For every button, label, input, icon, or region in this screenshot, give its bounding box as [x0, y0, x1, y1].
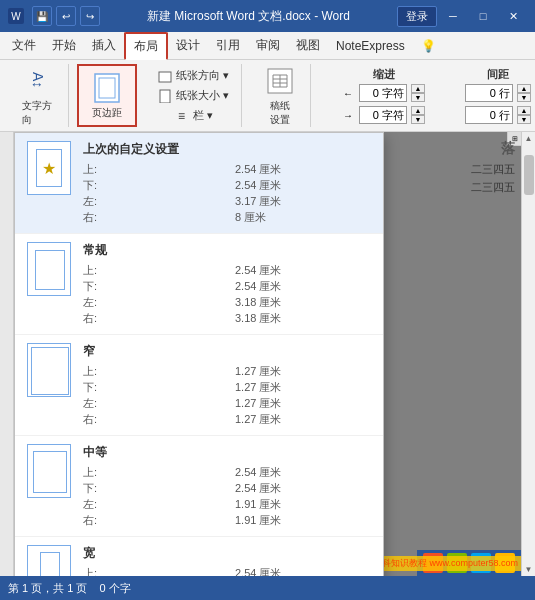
save-button[interactable]: 💾 — [32, 6, 52, 26]
redo-icon: ↪ — [86, 11, 94, 22]
text-direction-button[interactable]: A↕ 文字方向 — [16, 61, 60, 131]
login-button[interactable]: 登录 — [397, 6, 437, 27]
orientation-button[interactable]: 纸张方向 ▾ — [153, 66, 233, 86]
custom-right-value: 8 厘米 — [235, 210, 371, 225]
columns-button[interactable]: ≡ 栏 ▾ — [170, 106, 217, 126]
moderate-bottom-value: 2.54 厘米 — [235, 481, 371, 496]
spacing-after-row: ▲ ▼ — [465, 106, 531, 124]
undo-icon: ↩ — [62, 11, 70, 22]
moderate-top-label: 上: — [83, 465, 219, 480]
normal-bottom-label: 下: — [83, 279, 219, 294]
normal-right-value: 3.18 厘米 — [235, 311, 371, 326]
margin-inner-narrow — [31, 347, 69, 395]
draft-button[interactable]: 稿纸设置 — [258, 61, 302, 131]
text-direction-group: A↕ 文字方向 — [8, 64, 69, 127]
menu-references[interactable]: 引用 — [208, 33, 248, 58]
margin-item-narrow[interactable]: 窄 上: 1.27 厘米 下: 1.27 厘米 左: 1.27 厘米 右: 1.… — [15, 335, 383, 436]
margin-item-wide[interactable]: 宽 上: 2.54 厘米 下: 2.54 厘米 左: 5.08 厘米 右: 5.… — [15, 537, 383, 576]
narrow-bottom-label: 下: — [83, 380, 219, 395]
custom-name: 上次的自定义设置 — [83, 141, 371, 158]
spacing-after-down[interactable]: ▼ — [517, 115, 531, 124]
orientation-label: 纸张方向 — [176, 68, 220, 83]
page-setup-group: 纸张方向 ▾ 纸张大小 ▾ ≡ 栏 ▾ — [145, 64, 242, 127]
moderate-left-value: 1.91 厘米 — [235, 497, 371, 512]
margin-preview-normal — [27, 242, 71, 296]
indent-right-input[interactable] — [359, 106, 407, 124]
custom-bottom-label: 下: — [83, 178, 219, 193]
indent-left-down[interactable]: ▼ — [411, 93, 425, 102]
svg-rect-3 — [160, 90, 170, 103]
custom-top-label: 上: — [83, 162, 219, 177]
wide-top-value: 2.54 厘米 — [235, 566, 371, 576]
indent-left-icon: ← — [343, 88, 353, 99]
spacing-after-up[interactable]: ▲ — [517, 106, 531, 115]
close-button[interactable]: ✕ — [499, 6, 527, 26]
scroll-up-arrow[interactable]: ▲ — [523, 132, 535, 145]
wide-name: 宽 — [83, 545, 371, 562]
menu-review[interactable]: 审阅 — [248, 33, 288, 58]
redo-button[interactable]: ↪ — [80, 6, 100, 26]
text-direction-label: 文字方向 — [22, 99, 54, 127]
spacing-after-arrows: ▲ ▼ — [517, 106, 531, 124]
spacing-before-down[interactable]: ▼ — [517, 93, 531, 102]
custom-details: 上: 2.54 厘米 下: 2.54 厘米 左: 3.17 厘米 右: 8 厘米 — [83, 162, 371, 225]
margins-button[interactable]: 页边距 — [85, 68, 129, 124]
size-button[interactable]: 纸张大小 ▾ — [153, 86, 233, 106]
menu-bar: 文件 开始 插入 布局 设计 引用 审阅 视图 NoteExpress 💡 — [0, 32, 535, 60]
menu-layout[interactable]: 布局 — [124, 32, 168, 60]
normal-top-value: 2.54 厘米 — [235, 263, 371, 278]
indent-left-up[interactable]: ▲ — [411, 84, 425, 93]
scrollbar-vertical[interactable]: ▲ ▼ — [521, 132, 535, 576]
doc-line1: 二三四五 — [471, 162, 515, 177]
margin-info-narrow: 窄 上: 1.27 厘米 下: 1.27 厘米 左: 1.27 厘米 右: 1.… — [83, 343, 371, 427]
menu-view[interactable]: 视图 — [288, 33, 328, 58]
size-label: 纸张大小 — [176, 88, 220, 103]
maximize-button[interactable]: □ — [469, 6, 497, 26]
menu-home[interactable]: 开始 — [44, 33, 84, 58]
indent-right-down[interactable]: ▼ — [411, 115, 425, 124]
normal-details: 上: 2.54 厘米 下: 2.54 厘米 左: 3.18 厘米 右: 3.18… — [83, 263, 371, 326]
indent-left-input[interactable] — [359, 84, 407, 102]
margins-icon — [91, 72, 123, 104]
indent-right-up[interactable]: ▲ — [411, 106, 425, 115]
margin-preview-moderate — [27, 444, 71, 498]
draft-group: 稿纸设置 — [250, 64, 311, 127]
text-direction-icon: A↕ — [22, 65, 54, 97]
margin-item-custom[interactable]: ★ 上次的自定义设置 上: 2.54 厘米 下: 2.54 厘米 左: 3.17… — [15, 133, 383, 234]
title-bar: W 💾 ↩ ↪ 新建 Microsoft Word 文档.docx - Word… — [0, 0, 535, 32]
margin-preview-narrow — [27, 343, 71, 397]
narrow-top-value: 1.27 厘米 — [235, 364, 371, 379]
toolbar: A↕ 文字方向 页边距 纸张方向 ▾ — [0, 60, 535, 132]
margin-info-custom: 上次的自定义设置 上: 2.54 厘米 下: 2.54 厘米 左: 3.17 厘… — [83, 141, 371, 225]
minimize-button[interactable]: ─ — [439, 6, 467, 26]
menu-noteexpress[interactable]: NoteExpress — [328, 35, 413, 57]
menu-file[interactable]: 文件 — [4, 33, 44, 58]
spacing-before-up[interactable]: ▲ — [517, 84, 531, 93]
normal-top-label: 上: — [83, 263, 219, 278]
columns-icon: ≡ — [174, 108, 190, 124]
title-controls: W 💾 ↩ ↪ — [8, 6, 100, 26]
document-area: ▲ ▼ ⊞ 落 二三四五 二三四五 ★ 上次的自定义设置 — [14, 132, 535, 576]
spacing-before-input[interactable] — [465, 84, 513, 102]
save-icon: 💾 — [36, 11, 48, 22]
size-arrow: ▾ — [223, 89, 229, 102]
scroll-thumb[interactable] — [524, 155, 534, 195]
margin-item-moderate[interactable]: 中等 上: 2.54 厘米 下: 2.54 厘米 左: 1.91 厘米 右: 1… — [15, 436, 383, 537]
status-bar: 第 1 页，共 1 页 0 个字 — [0, 576, 535, 600]
margin-inner-wide — [40, 552, 60, 576]
indent-group: ← ▲ ▼ → ▲ ▼ — [343, 84, 425, 124]
columns-label: 栏 — [193, 108, 204, 123]
undo-button[interactable]: ↩ — [56, 6, 76, 26]
narrow-right-value: 1.27 厘米 — [235, 412, 371, 427]
title-right: 登录 ─ □ ✕ — [397, 6, 527, 27]
margin-item-normal[interactable]: 常规 上: 2.54 厘米 下: 2.54 厘米 左: 3.18 厘米 右: 3… — [15, 234, 383, 335]
narrow-left-value: 1.27 厘米 — [235, 396, 371, 411]
menu-design[interactable]: 设计 — [168, 33, 208, 58]
page-setup-row3: ≡ 栏 ▾ — [170, 106, 217, 126]
menu-insert[interactable]: 插入 — [84, 33, 124, 58]
margin-info-normal: 常规 上: 2.54 厘米 下: 2.54 厘米 左: 3.18 厘米 右: 3… — [83, 242, 371, 326]
custom-star-icon: ★ — [42, 159, 56, 178]
menu-help[interactable]: 💡 — [413, 35, 444, 57]
scroll-down-arrow[interactable]: ▼ — [523, 563, 535, 576]
spacing-after-input[interactable] — [465, 106, 513, 124]
